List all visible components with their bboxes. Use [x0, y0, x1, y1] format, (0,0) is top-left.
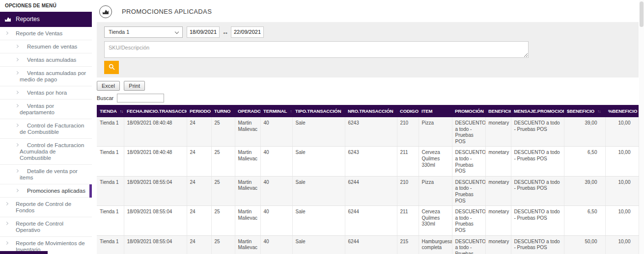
column-header-tienda[interactable]: TIENDA↑↓ — [97, 105, 124, 117]
sort-arrows-icon: ↑↓ — [120, 109, 123, 114]
cell-tipo-transaccion: Sale — [292, 117, 345, 147]
sidebar-item-ventas-por-departamento[interactable]: Ventas por departamento — [0, 100, 92, 119]
column-header-codigo: CODIGO — [397, 105, 419, 117]
table-row: Tienda 118/09/2021 08:55:042425Martin Ma… — [97, 206, 639, 235]
cell-mensaje-promocion: DESCUENTO a todo - Pruebas POS — [511, 176, 564, 205]
cell-promocion: DESCUENTO a todo - Pruebas POS — [452, 117, 485, 147]
column-header-beneficio[interactable]: %BENEFICIO↑↓ — [605, 105, 639, 117]
column-header-label: $BENEFICIO — [567, 108, 594, 114]
print-button[interactable]: Print — [124, 81, 145, 91]
sidebar-item-label: Control de Facturacion de Combustible — [20, 123, 87, 135]
cell-periodo: 24 — [187, 176, 211, 205]
column-header-label: MENSAJE.PROMOCION — [514, 108, 564, 114]
cell-beneficio: monetary — [485, 117, 511, 147]
sidebar-item-label: Ventas acumuladas — [20, 57, 87, 63]
chevron-right-icon — [15, 58, 19, 61]
cell-promocion: DESCUENTO a todo - Pruebas POS — [452, 147, 485, 176]
column-header-promocion: PROMOCIÓN — [452, 105, 485, 117]
cell-terminal: 40 — [260, 117, 292, 147]
date-from-input[interactable] — [187, 26, 220, 38]
sidebar-item-label: Reportes — [16, 16, 87, 23]
sku-description-input[interactable] — [104, 41, 529, 58]
cell-turno: 25 — [211, 206, 235, 235]
sidebar-item-ventas-por-hora[interactable]: Ventas por hora — [0, 86, 92, 100]
page-header: PROMOCIONES APLICADAS — [97, 0, 639, 19]
sidebar-item-label: Reporte de Ventas — [16, 30, 87, 37]
column-header-beneficio: BENEFICIO — [485, 105, 511, 117]
cell-operador: Martin Malievac — [235, 176, 260, 205]
sidebar-item-reporte-de-ventas[interactable]: Reporte de Ventas — [0, 27, 92, 40]
cell-tipo-transaccion: Sale — [292, 176, 345, 205]
sidebar-item-label: Detalle de venta por items — [20, 168, 87, 181]
cell-beneficio: monetary — [485, 176, 511, 205]
cell-beneficio: monetary — [485, 147, 511, 176]
search-button[interactable] — [104, 61, 119, 74]
sidebar: OPCIONES DE MENÚ ReportesReporte de Vent… — [0, 0, 92, 254]
chevron-right-icon — [15, 104, 19, 107]
chevron-right-icon — [5, 202, 8, 205]
cell-item: Pizza — [419, 117, 452, 147]
column-header-label: BENEFICIO — [488, 108, 511, 114]
scrollbar-thumb[interactable] — [640, 1, 644, 27]
cell-fecha-inicio-transaccion: 18/09/2021 08:55:04 — [124, 235, 187, 254]
cell-fecha-inicio-transaccion: 18/09/2021 08:40:48 — [124, 117, 187, 147]
sidebar-item-reporte-de-control-de-fondos[interactable]: Reporte de Control de Fondos — [0, 198, 92, 217]
column-header-terminal[interactable]: TERMINAL↑↓ — [260, 105, 292, 117]
sidebar-item-ventas-acumuladas[interactable]: Ventas acumuladas — [0, 53, 92, 67]
store-select-wrap: Tienda 1 — [104, 26, 183, 38]
chevron-right-icon — [15, 169, 19, 173]
table-row: Tienda 118/09/2021 08:40:482425Martin Ma… — [97, 147, 639, 176]
column-header-label: CODIGO — [400, 108, 419, 114]
cell-turno: 25 — [211, 117, 235, 147]
column-header-label: TIENDA — [100, 108, 117, 114]
sidebar-item-control-de-facturacion-de-combustible[interactable]: Control de Facturacion de Combustible — [0, 119, 92, 139]
cell-codigo: 215 — [397, 235, 419, 254]
sidebar-item-partial[interactable] — [0, 251, 48, 254]
cell-beneficio: 6,50 — [564, 147, 605, 176]
table-search-input[interactable] — [117, 94, 164, 102]
cell-beneficio: 10,00 — [605, 117, 639, 147]
sidebar-menu: ReportesReporte de VentasResumen de vent… — [0, 12, 92, 254]
store-select[interactable]: Tienda 1 — [104, 26, 183, 38]
cell-item: Pizza — [419, 176, 452, 205]
sidebar-item-detalle-de-venta-por-items[interactable]: Detalle de venta por items — [0, 165, 92, 184]
column-header-tipo-transaccion[interactable]: TIPO.TRANSACCIÓN↑↓ — [292, 105, 345, 117]
excel-button[interactable]: Excel — [97, 81, 120, 91]
cell-operador: Martin Malievac — [235, 235, 260, 254]
column-header-label: %BENEFICIO — [608, 108, 637, 114]
cell-beneficio: 39,00 — [564, 117, 605, 147]
column-header-beneficio[interactable]: $BENEFICIO↑↓ — [564, 105, 605, 117]
cell-promocion: DESCUENTO a todo - Pruebas POS — [452, 235, 485, 254]
cell-nro-transaccion: 6244 — [345, 176, 397, 205]
column-header-fecha-inicio-transaccion: FECHA.INICIO.TRANSACCIÓN — [124, 105, 187, 117]
sidebar-item-reportes[interactable]: Reportes — [0, 12, 92, 27]
sidebar-item-resumen-de-ventas[interactable]: Resumen de ventas — [0, 40, 92, 53]
table-row: Tienda 118/09/2021 08:55:042425Martin Ma… — [97, 176, 639, 205]
column-header-nro-transaccion[interactable]: NRO.TRANSACCIÓN↑↓ — [345, 105, 397, 117]
sidebar-item-ventas-acumuladas-por-medio-de-pago[interactable]: Ventas acumuladas por medio de pago — [0, 67, 92, 86]
cell-tienda: Tienda 1 — [97, 147, 124, 176]
cell-beneficio: 6,50 — [564, 206, 605, 235]
cell-periodo: 24 — [187, 117, 211, 147]
sidebar-item-control-de-facturacion-acumulada-de-combustible[interactable]: Control de Facturacion Acumulada de Comb… — [0, 139, 92, 165]
cell-nro-transaccion: 6244 — [345, 235, 397, 254]
sidebar-item-reporte-de-control-operativo[interactable]: Reporte de Control Operativo — [0, 217, 92, 237]
date-to-input[interactable] — [231, 26, 264, 38]
cell-periodo: 24 — [187, 235, 211, 254]
main-content: PROMOCIONES APLICADAS Tienda 1 ↔ Excel — [97, 0, 639, 254]
sidebar-item-label: Ventas acumuladas por medio de pago — [20, 70, 87, 83]
cell-codigo: 210 — [397, 117, 419, 147]
cell-terminal: 40 — [260, 176, 292, 205]
chevron-right-icon — [15, 143, 19, 147]
sidebar-item-promociones-aplicadas[interactable]: Promociones aplicadas — [0, 184, 92, 198]
cell-promocion: DESCUENTO a todo - Pruebas POS — [452, 176, 485, 205]
magnifier-icon — [109, 64, 115, 72]
cell-mensaje-promocion: DESCUENTO a todo - Pruebas POS — [511, 147, 564, 176]
cell-fecha-inicio-transaccion: 18/09/2021 08:55:04 — [124, 176, 187, 205]
chevron-right-icon — [15, 45, 19, 48]
cell-tienda: Tienda 1 — [97, 235, 124, 254]
table-row: Tienda 118/09/2021 08:55:042425Martin Ma… — [97, 235, 639, 254]
sort-arrows-icon: ↑↓ — [597, 109, 601, 114]
chevron-right-icon — [15, 124, 19, 127]
left-right-arrow-icon: ↔ — [222, 28, 228, 36]
